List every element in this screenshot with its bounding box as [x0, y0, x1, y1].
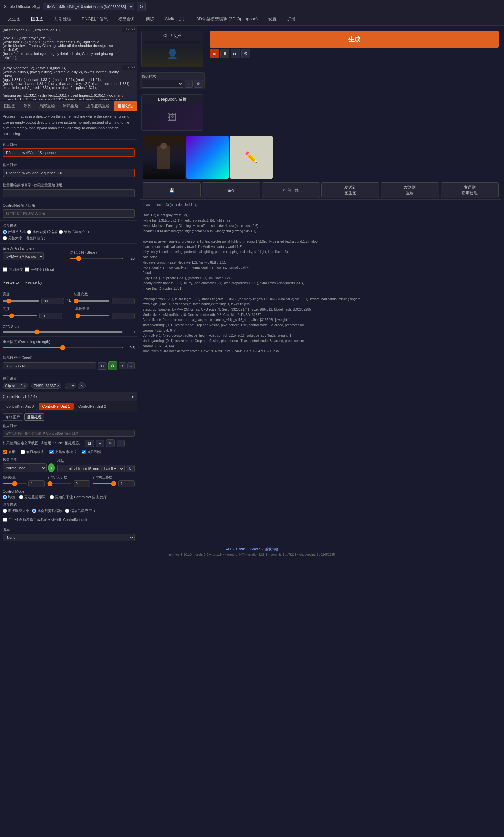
preprocessor-select[interactable]: normal_bae: [3, 463, 47, 473]
send-to-img2img-button[interactable]: 发送到图生图: [321, 182, 379, 198]
control-weight-input[interactable]: [29, 480, 45, 487]
cm-controlnet-option[interactable]: 更倾向于让 ControlNet 自由发挥: [50, 495, 107, 500]
ensd-remove-icon[interactable]: ×: [57, 384, 59, 388]
height-input[interactable]: [39, 313, 62, 319]
scale-option-2[interactable]: 比例裁剪后缩放: [27, 230, 57, 234]
cn-enabled-checkbox[interactable]: [3, 450, 7, 454]
nav-tab-img2img[interactable]: 图生图: [26, 13, 49, 25]
cn-main-input-dir-input[interactable]: [3, 209, 135, 218]
seed-input[interactable]: [3, 362, 96, 370]
override-add-button[interactable]: ×: [78, 382, 86, 389]
cn-tab-2[interactable]: ControlNet Unit 2: [75, 403, 109, 410]
cn-input-dir-input[interactable]: [3, 430, 135, 437]
denoising-slider[interactable]: [3, 347, 123, 348]
thumb-3[interactable]: ✏️: [230, 136, 273, 179]
preset-settings-button[interactable]: ⚙: [194, 80, 203, 88]
face-restore-checkbox[interactable]: [3, 267, 7, 272]
model-select[interactable]: fiveNutsMixedMix_v10.safetensors [6b9265…: [43, 3, 134, 11]
output-dir-input[interactable]: [3, 169, 135, 177]
cn-perfect-pixel-option[interactable]: 完美像素模式: [49, 449, 76, 455]
batch-size-input[interactable]: [112, 313, 135, 319]
sub-tab-batch[interactable]: 批量处理: [114, 101, 137, 111]
sub-tab-upload[interactable]: 上传底稿重绘: [83, 101, 114, 111]
cn-model-refresh-button[interactable]: ↻: [126, 465, 135, 473]
ensd-tag[interactable]: ENSD: 31337 ×: [31, 383, 61, 389]
seed-random-button[interactable]: ♻: [108, 361, 117, 371]
auto-send-checkbox[interactable]: [3, 518, 7, 522]
nav-tab-civitai[interactable]: Civitai 助手: [160, 13, 191, 25]
sub-tab-inpaint[interactable]: 局部重绘: [35, 101, 59, 111]
cfg-slider[interactable]: [3, 331, 123, 333]
seed-extra-toggle[interactable]: ⚙: [98, 362, 107, 370]
clip-skip-remove-icon[interactable]: ×: [24, 384, 26, 388]
zip-download-button[interactable]: 打包下载: [262, 182, 320, 198]
cm-balanced-option[interactable]: 均衡: [3, 495, 15, 500]
swap-dimensions-icon[interactable]: ⇅: [67, 298, 71, 304]
generate-button[interactable]: 生成: [210, 31, 499, 48]
input-dir-input[interactable]: [3, 148, 135, 157]
preset-remove-button[interactable]: ×: [185, 80, 193, 88]
nav-tab-train[interactable]: 训练: [141, 13, 160, 25]
send-to-extras-button[interactable]: 发送到后期处理: [440, 182, 499, 198]
cn-resize-crop-option[interactable]: 比例裁剪后缩放: [32, 509, 62, 513]
nav-tab-txt2img[interactable]: 文生图: [3, 13, 26, 25]
control-weight-slider[interactable]: [3, 483, 26, 484]
batch-count-input[interactable]: [112, 298, 135, 304]
width-slider[interactable]: [3, 301, 39, 302]
cn-batch-mode-tab[interactable]: 批量处理: [24, 413, 44, 421]
cn-allow-preview-checkbox[interactable]: [82, 450, 86, 454]
tiling-option[interactable]: 平铺图 (Tiling): [25, 266, 54, 273]
cn-resize-fill-option[interactable]: 缩放后填充空白: [65, 509, 95, 513]
sampler-select[interactable]: DPM++ 2M Karras: [3, 252, 44, 260]
script-select[interactable]: None: [3, 534, 135, 541]
guidance-start-slider[interactable]: [48, 483, 71, 484]
nav-tab-extensions[interactable]: 扩展: [282, 13, 301, 25]
gen-skip-icon[interactable]: ⏭: [231, 49, 240, 58]
cn-tab-1[interactable]: ControlNet Unit 1: [39, 403, 73, 410]
sub-tab-img2img[interactable]: 图生图: [0, 101, 20, 111]
thumb-1[interactable]: [143, 136, 185, 179]
guidance-end-input[interactable]: [118, 480, 135, 487]
nav-tab-merge[interactable]: 模型合并: [113, 13, 141, 25]
scale-option-1[interactable]: 仅调整大小: [3, 230, 26, 234]
scale-option-4[interactable]: 调整大小（潜空间超分）: [3, 236, 48, 241]
cn-icon-btn-4[interactable]: ↑: [117, 440, 125, 447]
cn-allow-preview-option[interactable]: 允许预览: [82, 449, 102, 455]
preset-select[interactable]: [142, 80, 183, 88]
tiling-checkbox[interactable]: [25, 267, 30, 272]
cn-icon-btn-1[interactable]: 🖼: [85, 440, 94, 447]
cn-icon-btn-3[interactable]: ⇅: [106, 440, 115, 447]
seed-reuse-button[interactable]: ↑: [119, 362, 126, 370]
save-icon-button[interactable]: 💾: [143, 182, 201, 198]
positive-prompt-textarea[interactable]: (master piece:1.3),(ultra detailed:1.1),…: [0, 25, 137, 63]
controlnet-toggle-icon[interactable]: ▼: [131, 394, 135, 399]
cn-tab-0[interactable]: ControlNet Unit 0: [3, 403, 37, 410]
nav-tab-extras[interactable]: 后期处理: [49, 13, 76, 25]
cn-single-mode-tab[interactable]: 单张图片: [3, 413, 23, 421]
negative-prompt-textarea[interactable]: (Easy Negative:1.2), (nsfw:0.8),(llp:1.1…: [0, 64, 137, 100]
height-slider[interactable]: [3, 315, 37, 317]
gen-settings-icon[interactable]: ⚙: [241, 49, 250, 58]
cn-enabled-option[interactable]: 启用: [3, 449, 15, 455]
face-restore-option[interactable]: 面部修复: [3, 266, 23, 273]
override-add-select[interactable]: [65, 382, 76, 389]
guidance-start-input[interactable]: [74, 480, 90, 487]
reload-link[interactable]: 重载前端: [265, 547, 278, 551]
scale-option-3[interactable]: 缩放后填充空白: [59, 230, 89, 234]
cm-prompt-option[interactable]: 更注重提示词: [19, 495, 46, 500]
send-to-inpaint-button[interactable]: 发送到重绘: [381, 182, 439, 198]
cn-icon-btn-2[interactable]: −: [96, 440, 104, 447]
model-refresh-button[interactable]: ↻: [137, 2, 146, 11]
api-link[interactable]: API: [226, 547, 231, 551]
sub-tab-sketch[interactable]: 涂鸦: [20, 101, 35, 111]
steps-slider[interactable]: [70, 257, 123, 259]
nav-tab-pnginfo[interactable]: PNG图片信息: [76, 13, 113, 25]
cn-perfect-pixel-checkbox[interactable]: [49, 450, 54, 454]
cn-model-select[interactable]: control_v11p_sd15_normalbae [I▼: [57, 465, 125, 473]
thumb-2[interactable]: [186, 136, 229, 179]
preprocessor-dot-button[interactable]: ●: [48, 463, 55, 473]
width-input[interactable]: [41, 298, 64, 304]
gen-stop-icon[interactable]: ■: [210, 49, 219, 58]
gen-pause-icon[interactable]: ⏸: [220, 49, 230, 58]
cn-low-vram-option[interactable]: 低显存模式: [21, 449, 44, 455]
